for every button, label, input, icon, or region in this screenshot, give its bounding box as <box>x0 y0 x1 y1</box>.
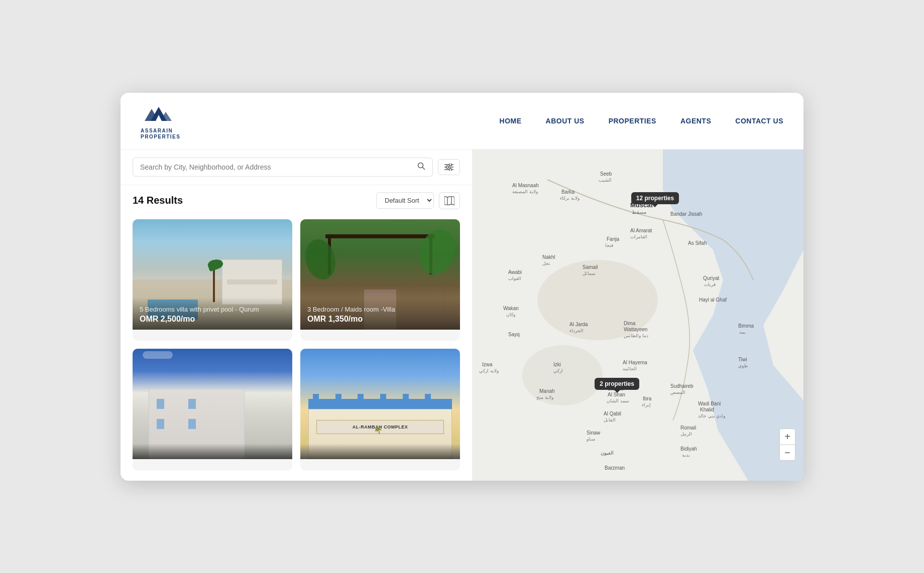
svg-text:وكان: وكان <box>506 312 515 318</box>
svg-text:Barka: Barka <box>561 189 575 195</box>
svg-text:الشيب: الشيب <box>599 178 612 183</box>
svg-point-13 <box>522 345 603 405</box>
property-card-3[interactable] <box>133 349 292 471</box>
property-card[interactable]: 5 Bedrooms villa with privet pool - Quru… <box>133 219 292 341</box>
zoom-out-button[interactable]: − <box>779 445 795 461</box>
svg-text:Izki: Izki <box>553 362 561 367</box>
main-content: 14 Results Default Sort <box>121 150 803 481</box>
zoom-in-button[interactable]: + <box>779 428 795 445</box>
svg-line-1 <box>423 167 425 169</box>
svg-text:ولاية المصنعة: ولاية المصنعة <box>512 189 538 195</box>
property-card-4[interactable]: AL-RAMBAH COMPLEX 🌴 <box>300 349 460 471</box>
svg-text:العواب: العواب <box>508 276 521 281</box>
card-price-1: OMR 2,500/mo <box>140 315 285 324</box>
svg-text:Sayq: Sayq <box>508 332 520 337</box>
svg-text:وادي بني خالد: وادي بني خالد <box>698 413 725 419</box>
svg-text:سناو: سناو <box>586 437 596 442</box>
cluster-12-properties[interactable]: 12 properties <box>631 192 679 204</box>
svg-text:Ibra: Ibra <box>643 396 652 401</box>
nav-properties[interactable]: PROPERTIES <box>609 117 656 125</box>
svg-text:بديه: بديه <box>682 453 690 458</box>
svg-text:مسقط: مسقط <box>632 209 646 215</box>
left-panel: 14 Results Default Sort <box>121 150 472 481</box>
search-button[interactable] <box>417 162 425 172</box>
svg-text:Izwa: Izwa <box>482 362 493 367</box>
svg-text:Sudhaireb: Sudhaireb <box>670 383 694 389</box>
logo-text: ASSARAIN PROPERTIES <box>141 128 180 140</box>
map-toggle-button[interactable] <box>439 192 460 209</box>
svg-text:بمه: بمه <box>739 330 746 335</box>
svg-text:سمد الشان: سمد الشان <box>607 398 629 403</box>
map-zoom-controls: + − <box>779 428 795 461</box>
svg-text:Fanja: Fanja <box>607 236 619 242</box>
sort-select[interactable]: Default Sort <box>376 192 434 209</box>
svg-text:Wadi Bani: Wadi Bani <box>698 401 721 406</box>
svg-text:Al Jarda: Al Jarda <box>569 322 588 327</box>
svg-text:As Sifah: As Sifah <box>688 240 707 246</box>
svg-text:ولاية منح: ولاية منح <box>536 395 553 400</box>
property-card-2[interactable]: 3 Bedroom / Maids room -Villa OMR 1,350/… <box>300 219 460 341</box>
search-input[interactable] <box>140 163 417 171</box>
header: ASSARAIN PROPERTIES HOME ABOUT US PROPER… <box>121 93 803 150</box>
svg-text:ارکي: ارکي <box>553 368 563 374</box>
properties-grid: 5 Bedrooms villa with privet pool - Quru… <box>121 214 472 481</box>
svg-text:قريات: قريات <box>704 282 716 288</box>
browser-window: ASSARAIN PROPERTIES HOME ABOUT US PROPER… <box>121 93 803 481</box>
svg-text:Wattayeen: Wattayeen <box>624 327 647 332</box>
svg-text:Sinaw: Sinaw <box>587 430 601 436</box>
svg-text:العيون: العيون <box>601 450 614 456</box>
card-title-1: 5 Bedrooms villa with privet pool - Quru… <box>140 306 285 313</box>
svg-text:دما والطائس: دما والطائس <box>624 333 648 339</box>
card-overlay-2: 3 Bedroom / Maids room -Villa OMR 1,350/… <box>300 298 460 330</box>
cluster-2-properties[interactable]: 2 properties <box>595 378 639 390</box>
search-bar[interactable] <box>133 158 433 177</box>
svg-text:ولايه ازكي: ولايه ازكي <box>479 368 499 374</box>
nav-contact[interactable]: CONTACT US <box>735 117 783 125</box>
svg-text:الحائمه: الحائمه <box>623 366 637 371</box>
svg-text:Tiwi: Tiwi <box>738 357 747 362</box>
svg-text:Wakan: Wakan <box>503 306 519 311</box>
search-bar-row <box>121 150 472 185</box>
svg-text:القابل: القابل <box>604 417 616 422</box>
svg-text:Bidiyah: Bidiyah <box>680 446 697 452</box>
svg-text:Romail: Romail <box>680 425 696 431</box>
card-overlay-1: 5 Bedrooms villa with privet pool - Quru… <box>133 298 292 330</box>
card-price-2: OMR 1,350/mo <box>307 315 453 324</box>
svg-text:Bandar Jissah: Bandar Jissah <box>670 211 702 217</box>
nav-about[interactable]: ABOUT US <box>546 117 585 125</box>
svg-text:Hayl al Ghaf: Hayl al Ghaf <box>699 297 727 303</box>
filter-button[interactable] <box>438 159 460 175</box>
svg-text:Manah: Manah <box>539 388 555 394</box>
card-overlay-3 <box>133 444 292 459</box>
svg-point-5 <box>449 164 452 166</box>
svg-text:Awabi: Awabi <box>508 269 522 275</box>
svg-text:طوي: طوي <box>738 363 748 369</box>
svg-text:ولاية بركاء: ولاية بركاء <box>560 196 580 201</box>
svg-text:Al Hayema: Al Hayema <box>623 360 647 365</box>
svg-text:سمائل: سمائل <box>583 271 596 276</box>
svg-point-7 <box>449 168 452 171</box>
svg-text:إبراء: إبراء <box>642 402 651 408</box>
results-count: 14 Results <box>133 195 183 206</box>
svg-text:Khalid: Khalid <box>700 407 714 412</box>
svg-text:Samail: Samail <box>583 264 598 270</box>
card-title-2: 3 Bedroom / Maids room -Villa <box>307 306 453 313</box>
svg-text:الجرداء: الجرداء <box>569 328 584 334</box>
svg-text:المصص: المصص <box>670 390 685 395</box>
svg-text:نخل: نخل <box>542 261 550 266</box>
results-row: 14 Results Default Sort <box>121 185 472 214</box>
svg-marker-8 <box>444 196 454 205</box>
card-overlay-4 <box>300 444 460 459</box>
svg-text:Al Qabil: Al Qabil <box>604 411 621 416</box>
nav-home[interactable]: HOME <box>500 117 522 125</box>
svg-point-6 <box>446 166 449 168</box>
svg-text:Al Amarat: Al Amarat <box>630 228 652 233</box>
svg-text:الرمل: الرمل <box>680 432 692 437</box>
nav-agents[interactable]: AGENTS <box>680 117 711 125</box>
logo-area[interactable]: ASSARAIN PROPERTIES <box>141 102 180 140</box>
svg-text:العامرات: العامرات <box>630 234 647 240</box>
map-area[interactable]: Al Masnaah ولاية المصنعة Barka ولاية برك… <box>472 150 803 481</box>
svg-text:Barzman: Barzman <box>605 465 625 471</box>
sort-controls: Default Sort <box>376 192 460 209</box>
logo-icon <box>141 102 177 127</box>
